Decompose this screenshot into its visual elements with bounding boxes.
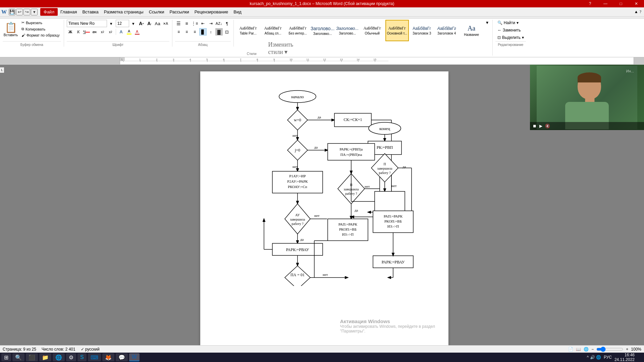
view-web-icon[interactable]: 🌐 [584,347,589,352]
language-indicator[interactable]: РУС [604,355,612,360]
highlight-button[interactable]: А [125,28,133,36]
skype-button[interactable]: S [77,353,87,361]
find-button[interactable]: 🔍Найти▾ [495,20,521,26]
decrease-font-button[interactable]: A- [146,20,153,27]
sort-button[interactable]: AZ↓ [215,20,223,27]
view-print-icon[interactable]: 📄 [568,347,573,352]
align-right-button[interactable]: ≡ [191,28,199,36]
increase-font-button[interactable]: A+ [138,20,145,27]
style-heading3[interactable]: AаБбВвГг Заголовок 3 [410,20,434,41]
chrome-button[interactable]: 🌐 [53,353,65,361]
ribbon-expand-icon[interactable]: ▲ [634,9,638,14]
replace-button[interactable]: ↔Заменить [495,27,523,33]
change-case-button[interactable]: Аа [154,20,161,27]
copy-button[interactable]: ⧉Копировать [20,26,61,32]
show-desktop-button[interactable] [637,353,643,361]
menu-mailings[interactable]: Рассылки [167,8,192,16]
superscript-button[interactable]: х2 [107,28,114,36]
task-view-button[interactable]: ⬛ [26,353,38,361]
style-title[interactable]: Аа Название [460,20,483,41]
multilevel-list-button[interactable]: ⋮≡ [191,20,199,27]
subscript-button[interactable]: х2 [99,28,106,36]
svg-text:нет: нет [292,165,298,169]
align-center-button[interactable]: ≡ [183,28,191,36]
font-color-button[interactable]: А [133,28,141,36]
file-explorer-button[interactable]: 📁 [39,353,51,361]
ruler-content[interactable]: 1 2 3 4 5 6 7 8 9 10 11 12 13 14 15 L [120,57,634,65]
align-justify-button[interactable]: ▊ [199,28,207,36]
firefox-button[interactable]: 🦊 [102,353,114,361]
style-bez-inter[interactable]: AаБбВвГг Без интер... [286,20,310,41]
svg-text:завершила: завершила [290,218,306,221]
increase-indent-button[interactable]: ⇥ [207,20,215,27]
show-marks-button[interactable]: ¶ [223,20,231,27]
maximize-button[interactable]: □ [613,0,629,7]
bullets-button[interactable]: ☰ [175,20,182,27]
shading-button[interactable]: ▓ [215,28,223,36]
clock-time: 16:46 [614,353,635,357]
line-spacing-button[interactable]: ↕ [207,28,215,36]
font-size-input[interactable] [116,20,129,27]
underline-button[interactable]: Ч [83,28,90,36]
search-button[interactable]: 🔍 [12,353,24,361]
redo-button[interactable]: ↪ [23,9,30,15]
menu-home[interactable]: Главная [58,8,79,16]
view-read-icon[interactable]: 📖 [576,347,581,352]
discord-button[interactable]: 💬 [116,353,128,361]
style-heading4[interactable]: AаБбВвГг Заголовок 4 [435,20,459,41]
menu-layout[interactable]: Разметка страницы [101,8,146,16]
customize-quick-button[interactable]: ▾ [31,9,38,15]
help-icon[interactable]: ? [640,9,641,14]
undo-button[interactable]: ↩ [16,9,23,15]
activation-line1: Активация Windows [340,318,435,324]
cut-button[interactable]: ✂Вырезать [20,20,61,25]
help-button[interactable]: ? [582,0,598,7]
style-main[interactable]: AаБбВвГг Основной т... [385,20,409,41]
style-abzac[interactable]: AаБбВвГг Абзац сп... [261,20,285,41]
zoom-out-button[interactable]: − [591,347,594,352]
ribbon-right-controls: ▲ ? [634,9,644,14]
style-heading1[interactable]: Заголово... Заголовко... [311,20,334,41]
zoom-slider[interactable] [596,347,623,352]
menu-references[interactable]: Ссылки [146,8,167,16]
clear-format-button[interactable]: ✕A [162,20,169,27]
font-size-dropdown[interactable]: ▾ [130,20,137,27]
paragraph-group-label: Абзац [175,41,231,47]
numbering-button[interactable]: ≡ [183,20,191,27]
video-stop-button[interactable]: ⏹ [533,124,537,129]
close-button[interactable]: ✕ [629,0,644,7]
paste-button[interactable]: 📋 Вставить [3,20,19,39]
settings-button[interactable]: ⚙ [66,353,76,361]
strikethrough-button[interactable]: ач [91,28,98,36]
format-painter-button[interactable]: 🖌Формат по образцу [20,33,61,38]
start-button[interactable]: ⊞ [1,353,11,361]
document-page: начало w=0 да нет СК:=СК+1 [200,71,448,347]
language[interactable]: русский [85,347,100,352]
font-name-input[interactable] [67,20,107,27]
video-play-button[interactable]: ▶ [539,124,542,129]
word-taskbar-button[interactable]: W [129,353,140,361]
font-name-dropdown[interactable]: ▾ [108,20,115,27]
align-left-button[interactable]: ≡ [175,28,182,36]
change-styles-button[interactable]: Изменить стили ▾ [268,41,293,56]
bold-button[interactable]: Ж [67,28,74,36]
style-normal[interactable]: AаБбВвГг Обычный [361,20,384,41]
vscode-button[interactable]: ⌨ [88,353,101,361]
decrease-indent-button[interactable]: ⇤ [199,20,207,27]
menu-file[interactable]: Файл [40,8,58,16]
menu-view[interactable]: Вид [231,8,244,16]
text-effects-button[interactable]: A [117,28,125,36]
style-table-par[interactable]: AаБбВвГг Table Par... [236,20,260,41]
styles-scroll-button[interactable]: ▾ [485,20,490,25]
svg-text:да: да [300,237,304,241]
minimize-button[interactable]: — [598,0,613,7]
zoom-in-button[interactable]: + [626,347,628,352]
menu-review[interactable]: Рецензирование [192,8,231,16]
menu-insert[interactable]: Вставка [79,8,101,16]
style-heading2[interactable]: Заголово... Заголово... [336,20,359,41]
save-quick-button[interactable]: 💾 [9,9,15,15]
video-mute-button[interactable]: 🔇 [545,124,550,129]
italic-button[interactable]: К [75,28,82,36]
borders-button[interactable]: ⊡ [223,28,231,36]
select-button[interactable]: ⊡Выделить▾ [495,35,526,41]
